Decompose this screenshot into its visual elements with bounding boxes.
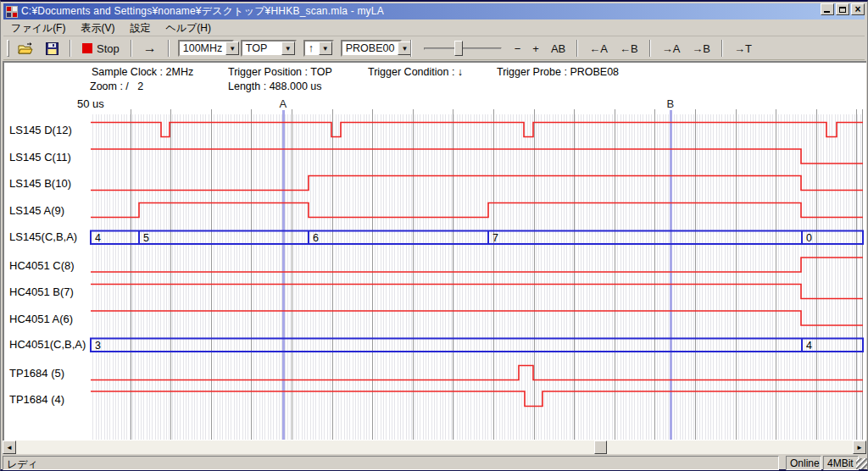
sample-clock-value: 100MHz <box>180 42 226 54</box>
channel-label: LS145 A(9) <box>9 204 64 217</box>
minimize-button[interactable] <box>821 3 834 15</box>
trigger-edge-value: ↑ <box>305 42 319 54</box>
maximize-button[interactable] <box>836 3 849 15</box>
trigger-position-value: TOP <box>242 42 281 54</box>
goto-marker-b-button[interactable]: ←B <box>614 40 644 58</box>
zoom-slider-track <box>424 47 502 50</box>
toolbar-grip[interactable] <box>7 40 9 57</box>
info-trigger-probe: Trigger Probe : PROBE08 <box>497 66 619 78</box>
info-sample-clock: Sample Clock : 2MHz <box>92 66 193 78</box>
horizontal-scrollbar[interactable]: ◄ ► <box>3 441 866 454</box>
waveform-grid-major <box>91 109 863 440</box>
channel-label: HC4051 A(6) <box>9 313 73 325</box>
zoom-slider[interactable] <box>424 40 502 57</box>
zoom-slider-thumb[interactable] <box>454 41 463 56</box>
trigger-probe-value: PROBE00 <box>342 42 398 54</box>
set-marker-b-button[interactable]: →B <box>686 40 716 58</box>
menu-bar: ファイル(F) 表示(V) 設定 ヘルプ(H) <box>3 21 865 36</box>
channel-label: HC4051 C(8) <box>9 259 75 272</box>
toolbar: Stop → 100MHz ▼ TOP ▼ ↑ ▼ PROBE00 ▼ − + … <box>3 37 865 60</box>
open-folder-icon <box>18 42 34 55</box>
marker-a-line[interactable] <box>282 110 285 440</box>
toolbar-separator <box>131 40 132 57</box>
channel-label: LS145 B(10) <box>9 177 71 190</box>
trigger-position-combo[interactable]: TOP ▼ <box>241 40 297 57</box>
ab-span-button[interactable]: AB <box>545 40 571 58</box>
trigger-edge-combo[interactable]: ↑ ▼ <box>303 40 334 57</box>
trigger-probe-combo[interactable]: PROBE00 ▼ <box>341 40 402 57</box>
toolbar-separator <box>576 40 578 57</box>
zoom-in-button[interactable]: + <box>526 40 545 58</box>
toolbar-separator <box>721 40 723 57</box>
chevron-down-icon[interactable]: ▼ <box>225 42 239 55</box>
channel-label: LS145 C(11) <box>9 151 71 163</box>
goto-marker-a-button[interactable]: ←A <box>583 40 614 58</box>
channel-label: HC4051(C,B,A) <box>9 338 86 351</box>
toolbar-separator <box>70 40 71 57</box>
close-button[interactable]: × <box>851 3 865 15</box>
time-scale-label: 50 us <box>77 97 104 110</box>
channel-label: LS145 D(12) <box>9 124 72 136</box>
toolbar-separator <box>649 40 651 57</box>
toolbar-separator <box>168 40 170 57</box>
stop-button[interactable]: Stop <box>76 40 125 58</box>
app-icon <box>6 6 18 18</box>
status-memory: 4MBit <box>823 456 859 470</box>
channel-label: TP1684 (5) <box>9 367 64 380</box>
set-marker-a-button[interactable]: →A <box>656 40 687 58</box>
maximize-icon <box>839 7 846 13</box>
sample-clock-combo[interactable]: 100MHz ▼ <box>178 40 234 57</box>
menu-settings[interactable]: 設定 <box>122 19 158 37</box>
info-zoom: Zoom : / 2 <box>90 80 143 92</box>
stop-icon <box>82 43 92 53</box>
status-bar: レディ Online 4MBit <box>3 456 867 470</box>
chevron-down-icon[interactable]: ▼ <box>319 42 332 55</box>
save-floppy-icon <box>46 42 58 55</box>
status-ready: レディ <box>3 456 779 470</box>
menu-file[interactable]: ファイル(F) <box>3 19 73 37</box>
save-button[interactable] <box>40 40 64 58</box>
zoom-out-button[interactable]: − <box>509 40 527 58</box>
toolbar-separator <box>410 40 412 57</box>
menu-help[interactable]: ヘルプ(H) <box>158 19 219 37</box>
open-file-button[interactable] <box>12 40 40 58</box>
title-bar[interactable]: C:¥Documents and Settings¥noname¥デスクトップ¥… <box>3 3 865 19</box>
status-online: Online <box>786 456 821 470</box>
goto-trigger-button[interactable]: →T <box>728 40 758 58</box>
scroll-left-button[interactable]: ◄ <box>3 441 16 454</box>
marker-a-label: A <box>280 97 287 110</box>
stop-label: Stop <box>97 42 120 55</box>
marker-b-line[interactable] <box>670 110 672 440</box>
window-title: C:¥Documents and Settings¥noname¥デスクトップ¥… <box>21 4 384 19</box>
run-button[interactable]: → <box>137 38 163 58</box>
info-length: Length : 488.000 us <box>228 80 322 92</box>
channel-label: LS145(C,B,A) <box>9 230 77 243</box>
minimize-icon <box>824 11 830 13</box>
app-window: C:¥Documents and Settings¥noname¥デスクトップ¥… <box>0 0 868 471</box>
resize-grip-icon[interactable] <box>856 458 867 469</box>
channel-label: TP1684 (4) <box>9 393 64 406</box>
scroll-right-button[interactable]: ► <box>853 441 866 454</box>
menu-view[interactable]: 表示(V) <box>73 19 122 37</box>
info-trigger-condition: Trigger Condition : ↓ <box>368 66 463 78</box>
channel-label: HC4051 B(7) <box>9 285 74 298</box>
info-trigger-position: Trigger Position : TOP <box>228 66 332 78</box>
scrollbar-thumb[interactable] <box>594 441 607 454</box>
marker-b-label: B <box>667 97 675 110</box>
chevron-down-icon[interactable]: ▼ <box>281 42 295 55</box>
